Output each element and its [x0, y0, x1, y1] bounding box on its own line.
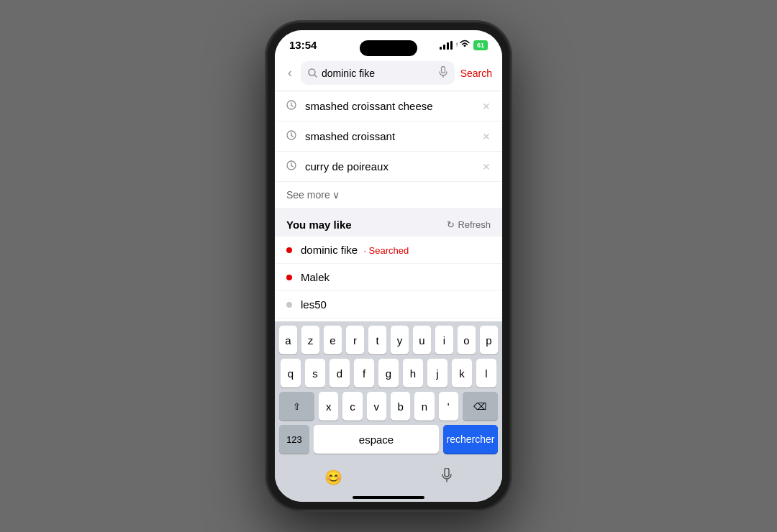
numbers-key[interactable]: 123 [279, 425, 309, 454]
status-icons: ᵎ 61 [440, 40, 488, 50]
suggestion-text-3: les50 [301, 298, 327, 311]
svg-line-6 [291, 106, 294, 107]
searched-tag-1: · Searched [363, 245, 409, 256]
clock-icon-1 [286, 100, 296, 112]
key-t[interactable]: t [368, 326, 386, 354]
wifi-icon: ᵎ [456, 40, 470, 50]
status-time: 13:54 [289, 39, 317, 51]
battery-icon: 61 [473, 40, 488, 50]
phone-wrapper: 13:54 ᵎ 61 ‹ [266, 22, 511, 510]
key-i[interactable]: i [435, 326, 453, 354]
recent-item-2[interactable]: smashed croissant ✕ [275, 121, 502, 152]
key-c[interactable]: c [342, 392, 362, 421]
key-v[interactable]: v [367, 392, 386, 421]
search-field[interactable]: dominic fike [301, 61, 455, 85]
home-indicator [353, 496, 424, 499]
you-may-like-section: You may like ↻ Refresh dominic fike · Se… [275, 208, 502, 321]
phone-screen: 13:54 ᵎ 61 ‹ [275, 30, 502, 502]
search-input[interactable]: dominic fike [322, 68, 435, 79]
see-more-button[interactable]: See more ∨ [275, 182, 502, 208]
key-row-1: a z e r t y u i o p [275, 321, 502, 354]
search-keyboard-button[interactable]: rechercher [443, 425, 498, 454]
emoji-bar: 😊 [275, 461, 502, 492]
search-button[interactable]: Search [460, 68, 492, 79]
clock-icon-3 [286, 160, 296, 173]
close-button-3[interactable]: ✕ [482, 161, 491, 173]
key-u[interactable]: u [413, 326, 431, 354]
recent-text-3: curry de poireaux [305, 160, 473, 173]
shift-key[interactable]: ⇧ [279, 392, 314, 421]
key-x[interactable]: x [319, 392, 338, 421]
key-row-3: ⇧ x c v b n ' ⌫ [275, 387, 502, 421]
signal-bar-1 [440, 47, 442, 50]
recent-searches: smashed croissant cheese ✕ smashed crois… [275, 91, 502, 208]
refresh-button[interactable]: ↻ Refresh [447, 219, 491, 230]
recent-text-2: smashed croissant [305, 130, 473, 142]
dot-icon-3 [286, 302, 292, 308]
key-b[interactable]: b [391, 392, 410, 421]
suggestion-text-1: dominic fike · Searched [301, 244, 409, 256]
recent-text-1: smashed croissant cheese [305, 100, 473, 112]
key-j[interactable]: j [427, 359, 447, 387]
mic-keyboard-button[interactable] [427, 465, 467, 489]
you-may-like-header: You may like ↻ Refresh [275, 208, 502, 237]
space-key[interactable]: espace [314, 425, 439, 454]
svg-line-1 [314, 75, 317, 77]
signal-bars [440, 41, 453, 50]
refresh-label: Refresh [458, 219, 491, 230]
signal-bar-4 [450, 41, 453, 50]
emoji-button[interactable]: 😊 [310, 466, 357, 489]
key-y[interactable]: y [391, 326, 409, 354]
chevron-down-icon: ∨ [332, 189, 340, 201]
suggestion-text-2: Malek [301, 271, 330, 283]
key-q[interactable]: q [281, 359, 301, 387]
key-o[interactable]: o [458, 326, 476, 354]
svg-line-12 [291, 166, 294, 168]
key-r[interactable]: r [346, 326, 364, 354]
key-row-2: q s d f g h j k l [275, 354, 502, 387]
bottom-row: 123 espace rechercher [275, 421, 502, 461]
recent-item-3[interactable]: curry de poireaux ✕ [275, 152, 502, 182]
key-f[interactable]: f [354, 359, 374, 387]
recent-item-1[interactable]: smashed croissant cheese ✕ [275, 91, 502, 121]
key-s[interactable]: s [305, 359, 325, 387]
mic-icon[interactable] [439, 66, 447, 80]
dynamic-island [360, 40, 417, 56]
signal-bar-2 [443, 45, 445, 50]
key-apostrophe[interactable]: ' [439, 392, 458, 421]
suggestion-item-2[interactable]: Malek [275, 264, 502, 291]
key-z[interactable]: z [301, 326, 319, 354]
svg-line-9 [291, 136, 294, 137]
key-l[interactable]: l [476, 359, 496, 387]
you-may-like-title: You may like [286, 219, 352, 231]
key-h[interactable]: h [403, 359, 423, 387]
see-more-label: See more [286, 189, 330, 201]
key-a[interactable]: a [279, 326, 297, 354]
close-button-2[interactable]: ✕ [482, 131, 491, 142]
suggestion-item-1[interactable]: dominic fike · Searched [275, 237, 502, 264]
svg-rect-13 [445, 468, 449, 477]
keyboard: a z e r t y u i o p q s d f g h j k l [275, 321, 502, 502]
backspace-key[interactable]: ⌫ [463, 392, 498, 421]
dot-icon-1 [286, 247, 292, 253]
clock-icon-2 [286, 130, 296, 142]
key-e[interactable]: e [324, 326, 342, 354]
back-button[interactable]: ‹ [285, 64, 295, 82]
key-n[interactable]: n [414, 392, 434, 421]
close-button-1[interactable]: ✕ [482, 101, 491, 112]
key-d[interactable]: d [330, 359, 350, 387]
search-icon [308, 68, 317, 78]
search-bar: ‹ dominic fike Search [275, 55, 502, 91]
key-k[interactable]: k [452, 359, 472, 387]
key-p[interactable]: p [480, 326, 498, 354]
svg-rect-2 [441, 67, 445, 73]
key-g[interactable]: g [378, 359, 399, 387]
refresh-icon: ↻ [447, 219, 455, 230]
suggestion-item-3[interactable]: les50 [275, 291, 502, 318]
dot-icon-2 [286, 275, 292, 280]
signal-bar-3 [447, 42, 449, 50]
